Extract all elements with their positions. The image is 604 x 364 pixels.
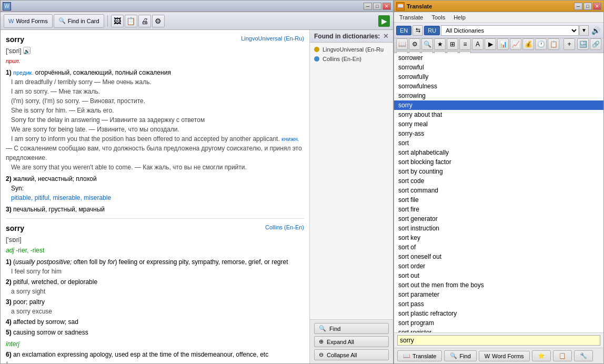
find-action-button[interactable]: 🔍 Find — [444, 350, 476, 361]
toolbar2-btn3[interactable]: 🔍 — [421, 38, 433, 50]
list-item[interactable]: sorry meal — [394, 119, 603, 129]
speaker-button[interactable]: 🔊 — [590, 25, 601, 36]
list-item[interactable]: sorrowful — [394, 63, 603, 72]
list-item[interactable]: sort parameter — [394, 290, 603, 299]
list-item[interactable]: sort by counting — [394, 167, 603, 176]
right-maximize-button[interactable]: □ — [583, 3, 592, 10]
word-forms-button[interactable]: W Word Forms — [4, 14, 53, 28]
find-in-card-button[interactable]: 🔍 Find in Card — [54, 14, 104, 28]
menu-help[interactable]: Help — [451, 14, 468, 21]
dict-selector-arrow[interactable]: ▼ — [579, 25, 589, 36]
left-win-controls: ─ □ ✕ — [364, 3, 391, 10]
list-item[interactable]: sorry-ass — [394, 129, 603, 138]
list-item[interactable]: sort file — [394, 195, 603, 205]
list-item[interactable]: sorrowfully — [394, 72, 603, 82]
list-item[interactable]: sort key — [394, 233, 603, 242]
translate-action-button[interactable]: 📖 Translate — [397, 350, 442, 361]
expand-all-button[interactable]: ⊕ Expand All — [314, 336, 389, 347]
entry1-source[interactable]: LingvoUniversal (En-Ru) — [241, 34, 304, 43]
list-item[interactable]: sort generator — [394, 214, 603, 224]
toolbar2-btn10[interactable]: 📈 — [510, 38, 521, 50]
list-item[interactable]: sort — [394, 138, 603, 148]
entry2-word: sorry — [6, 223, 24, 234]
collapse-all-button[interactable]: ⊖ Collapse All — [314, 349, 389, 360]
toolbar2-btn13[interactable]: 📋 — [548, 38, 559, 50]
toolbar2-btn1[interactable]: 📖 — [396, 38, 408, 50]
entry1-header: sorry LingvoUniversal (En-Ru) — [6, 34, 304, 45]
list-item[interactable]: sort blocking factor — [394, 157, 603, 167]
find-icon: 🔍 — [319, 325, 326, 332]
menu-tools[interactable]: Tools — [429, 14, 447, 21]
settings-icon-button[interactable]: ⚙ — [152, 15, 165, 27]
toolbar2-btn6[interactable]: ≡ — [459, 38, 471, 50]
list-item[interactable]: sort code — [394, 176, 603, 186]
entry2-pos-interj: interj — [6, 339, 304, 349]
search-input[interactable] — [397, 335, 600, 346]
word-list[interactable]: sorrower sorrowful sorrowfully sorrowful… — [394, 53, 603, 332]
toolbar2-btn16[interactable]: 🔗 — [590, 38, 601, 50]
list-item[interactable]: sort register — [394, 328, 603, 332]
toolbar2-btn8[interactable]: ▶ — [485, 38, 496, 50]
image-icon-button[interactable]: 🖼 — [111, 15, 124, 27]
clipboard-action-button[interactable]: 📋 — [553, 350, 572, 361]
list-item[interactable]: sorry about that — [394, 110, 603, 119]
word-forms-action-button[interactable]: W Word Forms — [479, 351, 530, 361]
toolbar2-btn7[interactable]: A — [472, 38, 484, 50]
settings-action-button[interactable]: 🔧 — [574, 350, 593, 361]
toolbar2-btn12[interactable]: 🕐 — [535, 38, 547, 50]
word-forms-label: Word Forms — [16, 18, 47, 24]
list-item[interactable]: sort program — [394, 318, 603, 328]
expand-all-label: Expand All — [327, 339, 354, 345]
found-item-lingvo[interactable]: LingvoUniversal (En-Ru — [310, 45, 393, 54]
found-panel: Found in dictionaries: ✕ LingvoUniversal… — [310, 30, 393, 363]
audio-button[interactable]: 🔊 — [23, 47, 31, 54]
found-close-button[interactable]: ✕ — [383, 32, 389, 40]
toolbar2-btn4[interactable]: ★ — [434, 38, 446, 50]
collapse-all-icon: ⊖ — [319, 351, 324, 358]
find-button[interactable]: 🔍 Find — [314, 323, 389, 334]
lang-en-button[interactable]: EN — [396, 26, 411, 35]
entry1-sense1: 1) предик. огорчённый, сожалеющий, полны… — [6, 68, 304, 172]
list-item[interactable]: sort command — [394, 186, 603, 195]
lang-refresh-button[interactable]: ⇆ — [412, 25, 423, 36]
list-item[interactable]: sorrower — [394, 53, 603, 63]
list-item[interactable]: sort alphabetically — [394, 148, 603, 157]
found-item-collins[interactable]: Collins (En-En) — [310, 54, 393, 64]
list-item[interactable]: sort instruction — [394, 224, 603, 233]
copy-icon-button[interactable]: 📋 — [125, 15, 137, 27]
toolbar2-btn14[interactable]: + — [563, 38, 575, 50]
list-item[interactable]: sort oneself out — [394, 252, 603, 261]
right-minimize-button[interactable]: ─ — [574, 3, 582, 10]
toolbar2-btn2[interactable]: ⚙ — [409, 38, 420, 50]
minimize-button[interactable]: ─ — [364, 3, 372, 10]
toolbar2-btn11[interactable]: 💰 — [522, 38, 534, 50]
entry1-pos: прил. — [6, 57, 304, 66]
list-item[interactable]: sort plastic refractory — [394, 309, 603, 318]
list-item[interactable]: sort out — [394, 271, 603, 280]
toolbar2-btn5[interactable]: ⊞ — [447, 38, 458, 50]
list-item[interactable]: sort out the men from the boys — [394, 280, 603, 290]
maximize-button[interactable]: □ — [373, 3, 381, 10]
toolbar2-btn15[interactable]: 🔙 — [577, 38, 589, 50]
list-item[interactable]: sorrowfulness — [394, 82, 603, 91]
list-item[interactable]: sort order — [394, 261, 603, 271]
entry1-phonetic: ['sɒri] 🔊 — [6, 46, 304, 56]
menu-translate[interactable]: Translate — [397, 14, 425, 21]
lang-ru-button[interactable]: RU — [424, 26, 440, 35]
right-close-button[interactable]: ✕ — [593, 3, 601, 10]
nav-arrow-button[interactable]: ▶ — [378, 15, 390, 27]
collapse-all-label: Collapse All — [327, 352, 357, 358]
right-toolbar-row2: 📖 ⚙ 🔍 ★ ⊞ ≡ A ▶ 📊 📈 💰 🕐 📋 + 🔙 🔗 🔤 🚗 👤 🐾 … — [394, 38, 603, 53]
list-item[interactable]: sort fire — [394, 205, 603, 214]
list-item-selected[interactable]: sorry — [394, 100, 603, 110]
toolbar2-btn9[interactable]: 📊 — [497, 38, 509, 50]
list-item[interactable]: sorrowing — [394, 91, 603, 100]
entry1-word: sorry — [6, 34, 24, 45]
list-item[interactable]: sort of — [394, 242, 603, 252]
close-button[interactable]: ✕ — [382, 3, 391, 10]
star-action-button[interactable]: ⭐ — [532, 350, 551, 361]
entry2-source[interactable]: Collins (En-En) — [265, 223, 304, 232]
print-icon-button[interactable]: 🖨 — [138, 15, 151, 27]
list-item[interactable]: sort pass — [394, 299, 603, 309]
dict-selector[interactable]: All Dictionaries — [441, 25, 579, 36]
